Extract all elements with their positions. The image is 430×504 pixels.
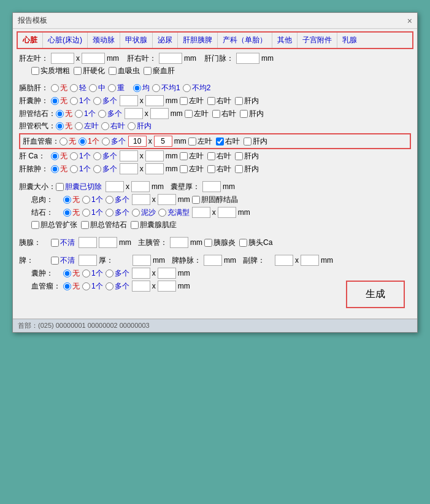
radio-bile-stone-one[interactable]: 1个 <box>75 109 96 119</box>
checkbox-gb-removed[interactable]: 胆囊已切除 <box>56 182 102 192</box>
checkbox-bile-right[interactable]: 右叶 <box>212 109 236 119</box>
radio-cyst-one[interactable]: 1个 <box>70 96 91 106</box>
radio-polyp-one[interactable]: 1个 <box>82 195 103 205</box>
radio-abscess-one[interactable]: 1个 <box>70 164 91 174</box>
portal-input[interactable] <box>204 255 222 266</box>
sub-spleen-input2[interactable] <box>301 255 319 266</box>
checkbox-duct-expand[interactable]: 胆总管扩张 <box>31 220 77 230</box>
liver-ca-size1[interactable] <box>120 150 138 161</box>
checkbox-blood-right[interactable]: 右叶 <box>216 136 240 147</box>
tab-breast[interactable]: 乳腺 <box>337 33 362 48</box>
checkbox-blood-left[interactable]: 左叶 <box>188 136 212 147</box>
radio-bile-gas-none[interactable]: 无 <box>56 121 72 131</box>
radio-spleen-cyst-none[interactable]: 无 <box>63 268 80 279</box>
checkbox-yuxuegan[interactable]: 瘀血肝 <box>144 66 175 76</box>
liver-portal-input[interactable] <box>236 53 259 64</box>
radio-ca-one[interactable]: 1个 <box>70 151 91 161</box>
checkbox-ca-inner[interactable]: 肝内 <box>235 151 259 161</box>
spleen-vasc-size2[interactable] <box>158 281 176 292</box>
pancreas-size2[interactable] <box>99 237 117 248</box>
tab-obstetrics[interactable]: 产科（单胎） <box>218 33 272 48</box>
radio-cyst-none[interactable]: 无 <box>51 96 67 106</box>
checkbox-cyst-inner[interactable]: 肝内 <box>235 96 259 106</box>
tab-heart[interactable]: 心脏 <box>18 33 43 48</box>
checkbox-pancreas-head-ca[interactable]: 胰头Ca <box>239 238 272 248</box>
radio-cyst-many[interactable]: 多个 <box>93 96 117 106</box>
radio-blood-many[interactable]: 多个 <box>102 136 126 147</box>
tab-other[interactable]: 其他 <box>272 33 298 48</box>
bile-stone-size1[interactable] <box>125 108 143 119</box>
radio-ca-none[interactable]: 无 <box>51 151 67 161</box>
checkbox-ca-right[interactable]: 右叶 <box>207 151 231 161</box>
radio-bile-stone-none[interactable]: 无 <box>56 109 72 119</box>
radio-bile-gas-inner[interactable]: 肝内 <box>128 121 152 131</box>
checkbox-bile-inner[interactable]: 肝内 <box>240 109 264 119</box>
radio-bile-stone-many[interactable]: 多个 <box>98 109 122 119</box>
close-button[interactable]: × <box>407 16 412 26</box>
checkbox-ganying[interactable]: 肝硬化 <box>74 66 105 76</box>
gb-polyp-size1[interactable] <box>132 194 150 205</box>
radio-spleen-cyst-one[interactable]: 1个 <box>82 268 103 279</box>
checkbox-abscess-right[interactable]: 右叶 <box>207 164 231 174</box>
main-duct-input[interactable] <box>170 237 188 248</box>
gb-size-input1[interactable] <box>106 181 124 192</box>
checkbox-gb-adenomyosis[interactable]: 胆囊腺肌症 <box>131 220 177 230</box>
radio-diaphragm-even[interactable]: 均 <box>133 83 150 93</box>
checkbox-pancreas-unclear[interactable]: 不清 <box>51 238 75 248</box>
tab-liver-bili[interactable]: 肝胆胰脾 <box>178 33 218 48</box>
checkbox-ca-left[interactable]: 左叶 <box>180 151 204 161</box>
liver-left-input[interactable] <box>51 53 74 64</box>
liver-blood-size2[interactable] <box>154 136 172 147</box>
checkbox-bile-left[interactable]: 左叶 <box>185 109 209 119</box>
radio-blood-one[interactable]: 1个 <box>79 136 99 147</box>
radio-bile-gas-left[interactable]: 左叶 <box>75 121 99 131</box>
checkbox-cyst-left[interactable]: 左叶 <box>180 96 204 106</box>
checkbox-pancreatitis[interactable]: 胰腺炎 <box>204 238 236 248</box>
checkbox-cholesterol[interactable]: 胆固醇结晶 <box>192 195 238 205</box>
radio-abscess-none[interactable]: 无 <box>51 164 67 174</box>
spleen-cyst-size2[interactable] <box>158 268 176 279</box>
tab-urology[interactable]: 泌尿 <box>153 33 178 48</box>
checkbox-cyst-right[interactable]: 右叶 <box>207 96 231 106</box>
radio-diaphragm-uneven2[interactable]: 不均2 <box>183 83 211 93</box>
radio-polyp-many[interactable]: 多个 <box>106 195 129 205</box>
checkbox-blood-inner[interactable]: 肝内 <box>244 136 267 147</box>
radio-stone-many[interactable]: 多个 <box>106 207 129 218</box>
radio-spleen-vasc-none[interactable]: 无 <box>63 281 80 292</box>
checkbox-abscess-inner[interactable]: 肝内 <box>235 164 259 174</box>
liver-cyst-size1[interactable] <box>120 95 138 106</box>
liver-ca-size2[interactable] <box>145 150 164 161</box>
liver-abscess-size2[interactable] <box>145 163 164 174</box>
tab-uterine[interactable]: 子宫附件 <box>298 33 337 48</box>
liver-abscess-size1[interactable] <box>120 163 138 174</box>
radio-stone-one[interactable]: 1个 <box>82 207 103 218</box>
radio-ca-many[interactable]: 多个 <box>93 151 117 161</box>
liver-right-input[interactable] <box>159 53 182 64</box>
radio-diaphragm-medium[interactable]: 中 <box>89 83 106 93</box>
gb-stone-size2[interactable] <box>218 207 236 218</box>
spleen-thick-input[interactable] <box>132 255 151 266</box>
radio-polyp-none[interactable]: 无 <box>63 195 80 205</box>
spleen-vasc-size1[interactable] <box>132 281 150 292</box>
tab-thyroid[interactable]: 甲状腺 <box>120 33 153 48</box>
radio-spleen-vasc-one[interactable]: 1个 <box>82 281 103 292</box>
pancreas-size1[interactable] <box>79 237 97 248</box>
liver-blood-size1[interactable] <box>128 136 147 147</box>
liver-left-input2[interactable] <box>82 53 105 64</box>
checkbox-xuexichong[interactable]: 血吸虫 <box>109 66 140 76</box>
radio-stone-mud[interactable]: 泥沙 <box>132 207 156 218</box>
liver-cyst-size2[interactable] <box>145 95 164 106</box>
bile-stone-size2[interactable] <box>150 108 169 119</box>
checkbox-spleen-unclear[interactable]: 不清 <box>51 255 75 266</box>
radio-stone-full[interactable]: 充满型 <box>158 207 190 218</box>
spleen-cyst-size1[interactable] <box>132 268 150 279</box>
sub-spleen-input1[interactable] <box>275 255 293 266</box>
generate-button[interactable]: 生成 <box>346 281 405 308</box>
checkbox-shizhizengcu[interactable]: 实质增粗 <box>31 66 70 76</box>
gb-size-input2[interactable] <box>131 181 150 192</box>
spleen-size1[interactable] <box>79 255 97 266</box>
radio-diaphragm-none[interactable]: 无 <box>51 83 67 93</box>
radio-stone-none[interactable]: 无 <box>63 207 80 218</box>
radio-spleen-vasc-many[interactable]: 多个 <box>106 281 129 292</box>
tab-carotid[interactable]: 颈动脉 <box>88 33 120 48</box>
